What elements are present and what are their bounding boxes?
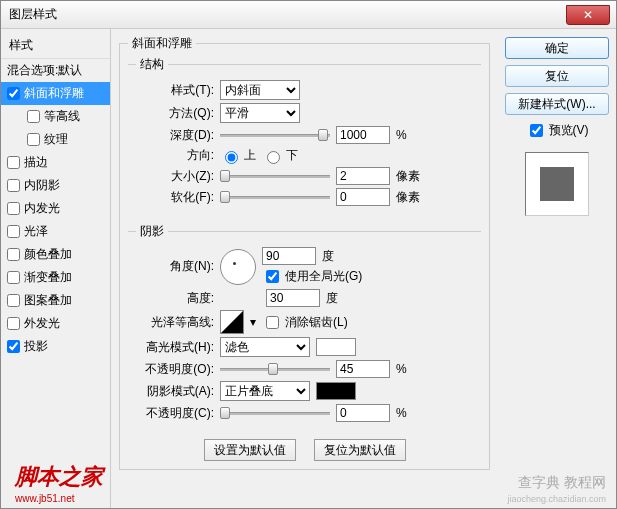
sidebar-item-7[interactable]: 颜色叠加: [1, 243, 110, 266]
angle-unit: 度: [322, 248, 334, 265]
sidebar-check-5[interactable]: [7, 202, 20, 215]
sidebar-check-10[interactable]: [7, 317, 20, 330]
dialog-title: 图层样式: [9, 6, 57, 23]
sidebar-label-9: 图案叠加: [24, 292, 72, 309]
highlight-color[interactable]: [316, 338, 356, 356]
right-panel: 确定 复位 新建样式(W)... 预览(V): [498, 29, 616, 508]
highlight-mode-select[interactable]: 滤色: [220, 337, 310, 357]
sidebar-item-3[interactable]: 描边: [1, 151, 110, 174]
watermark-right: 查字典 教程网: [518, 474, 606, 492]
styles-sidebar: 样式 混合选项:默认 斜面和浮雕等高线纹理描边内阴影内发光光泽颜色叠加渐变叠加图…: [1, 29, 111, 508]
shading-legend: 阴影: [136, 223, 168, 240]
sidebar-label-8: 渐变叠加: [24, 269, 72, 286]
highlight-opacity-input[interactable]: [336, 360, 390, 378]
sidebar-check-8[interactable]: [7, 271, 20, 284]
bevel-legend: 斜面和浮雕: [128, 35, 196, 52]
main-panel: 斜面和浮雕 结构 样式(T): 内斜面 方法(Q): 平滑 深度(D):: [111, 29, 498, 508]
sidebar-check-0[interactable]: [7, 87, 20, 100]
set-default-button[interactable]: 设置为默认值: [204, 439, 296, 461]
global-check[interactable]: [266, 270, 279, 283]
shadow-color[interactable]: [316, 382, 356, 400]
sidebar-item-8[interactable]: 渐变叠加: [1, 266, 110, 289]
new-style-button[interactable]: 新建样式(W)...: [505, 93, 609, 115]
global-light[interactable]: 使用全局光(G): [262, 267, 362, 286]
gloss-label: 光泽等高线:: [136, 314, 214, 331]
sidebar-check-2[interactable]: [27, 133, 40, 146]
sidebar-label-1: 等高线: [44, 108, 80, 125]
sidebar-check-9[interactable]: [7, 294, 20, 307]
direction-label: 方向:: [136, 147, 214, 164]
structure-group: 结构 样式(T): 内斜面 方法(Q): 平滑 深度(D): %: [128, 56, 481, 217]
size-input[interactable]: [336, 167, 390, 185]
depth-slider[interactable]: [220, 128, 330, 142]
shading-group: 阴影 角度(N): 度 使用全局光(G) 高度:: [128, 223, 481, 433]
structure-legend: 结构: [136, 56, 168, 73]
antialias-check[interactable]: [266, 316, 279, 329]
preview-toggle[interactable]: 预览(V): [526, 121, 589, 140]
sidebar-label-2: 纹理: [44, 131, 68, 148]
sidebar-item-5[interactable]: 内发光: [1, 197, 110, 220]
sidebar-item-1[interactable]: 等高线: [1, 105, 110, 128]
radio-down[interactable]: [267, 151, 280, 164]
size-slider[interactable]: [220, 169, 330, 183]
radio-up[interactable]: [225, 151, 238, 164]
sidebar-item-11[interactable]: 投影: [1, 335, 110, 358]
shadow-mode-label: 阴影模式(A):: [136, 383, 214, 400]
sidebar-item-2[interactable]: 纹理: [1, 128, 110, 151]
sidebar-check-11[interactable]: [7, 340, 20, 353]
ok-button[interactable]: 确定: [505, 37, 609, 59]
sidebar-item-0[interactable]: 斜面和浮雕: [1, 82, 110, 105]
sidebar-label-3: 描边: [24, 154, 48, 171]
sidebar-check-4[interactable]: [7, 179, 20, 192]
watermark-left-url: www.jb51.net: [15, 493, 74, 504]
sidebar-check-6[interactable]: [7, 225, 20, 238]
sidebar-check-1[interactable]: [27, 110, 40, 123]
soften-label: 软化(F):: [136, 189, 214, 206]
watermark-right-url: jiaocheng.chazidian.com: [507, 494, 606, 504]
close-button[interactable]: ✕: [566, 5, 610, 25]
highlight-opacity-slider[interactable]: [220, 362, 330, 376]
sidebar-header: 样式: [1, 33, 110, 59]
sh-op-unit: %: [396, 406, 407, 420]
sidebar-label-6: 光泽: [24, 223, 48, 240]
shadow-opacity-slider[interactable]: [220, 406, 330, 420]
altitude-input[interactable]: [266, 289, 320, 307]
size-label: 大小(Z):: [136, 168, 214, 185]
size-unit: 像素: [396, 168, 420, 185]
style-label: 样式(T):: [136, 82, 214, 99]
angle-input[interactable]: [262, 247, 316, 265]
preview-check[interactable]: [530, 124, 543, 137]
antialias[interactable]: 消除锯齿(L): [262, 313, 348, 332]
cancel-button[interactable]: 复位: [505, 65, 609, 87]
sidebar-label-4: 内阴影: [24, 177, 60, 194]
sidebar-label-7: 颜色叠加: [24, 246, 72, 263]
sidebar-item-4[interactable]: 内阴影: [1, 174, 110, 197]
soften-slider[interactable]: [220, 190, 330, 204]
angle-label: 角度(N):: [136, 258, 214, 275]
reset-default-button[interactable]: 复位为默认值: [314, 439, 406, 461]
chevron-down-icon[interactable]: ▾: [250, 315, 256, 329]
highlight-mode-label: 高光模式(H):: [136, 339, 214, 356]
shadow-mode-select[interactable]: 正片叠底: [220, 381, 310, 401]
method-label: 方法(Q):: [136, 105, 214, 122]
soften-input[interactable]: [336, 188, 390, 206]
soften-unit: 像素: [396, 189, 420, 206]
direction-down[interactable]: 下: [262, 147, 298, 164]
shadow-opacity-label: 不透明度(C):: [136, 405, 214, 422]
sidebar-item-9[interactable]: 图案叠加: [1, 289, 110, 312]
sidebar-blend-options[interactable]: 混合选项:默认: [1, 59, 110, 82]
sidebar-item-6[interactable]: 光泽: [1, 220, 110, 243]
angle-wheel[interactable]: [220, 249, 256, 285]
method-select[interactable]: 平滑: [220, 103, 300, 123]
depth-input[interactable]: [336, 126, 390, 144]
shadow-opacity-input[interactable]: [336, 404, 390, 422]
direction-up[interactable]: 上: [220, 147, 256, 164]
layer-style-dialog: 图层样式 ✕ 样式 混合选项:默认 斜面和浮雕等高线纹理描边内阴影内发光光泽颜色…: [0, 0, 617, 509]
sidebar-check-3[interactable]: [7, 156, 20, 169]
highlight-opacity-label: 不透明度(O):: [136, 361, 214, 378]
gloss-contour[interactable]: [220, 310, 244, 334]
style-select[interactable]: 内斜面: [220, 80, 300, 100]
sidebar-check-7[interactable]: [7, 248, 20, 261]
sidebar-item-10[interactable]: 外发光: [1, 312, 110, 335]
titlebar[interactable]: 图层样式 ✕: [1, 1, 616, 29]
